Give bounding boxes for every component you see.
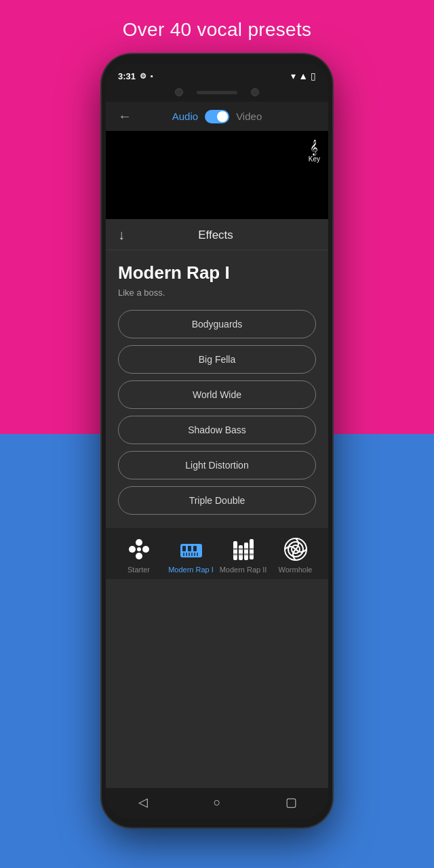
phone-frame: 3:31 ⚙ ▪ ▾ ▲ ▯ ← Audio bbox=[102, 54, 332, 827]
status-left: 3:31 ⚙ ▪ bbox=[118, 71, 153, 81]
svg-rect-8 bbox=[193, 546, 197, 551]
svg-point-4 bbox=[137, 547, 141, 551]
effects-panel[interactable]: ↓ Effects Modern Rap I Like a boss. Body… bbox=[106, 219, 328, 788]
tab-modern-rap-1-label: Modern Rap I bbox=[168, 566, 214, 574]
phone-body: 3:31 ⚙ ▪ ▾ ▲ ▯ ← Audio bbox=[102, 54, 332, 827]
battery-status-icon: ▪ bbox=[151, 72, 153, 80]
back-button[interactable]: ← bbox=[118, 108, 132, 124]
tab-starter[interactable]: Starter bbox=[115, 536, 163, 574]
svg-rect-16 bbox=[239, 545, 243, 560]
svg-rect-7 bbox=[188, 546, 191, 551]
camera-dot-left bbox=[175, 88, 183, 96]
effect-button-light-distortion[interactable]: Light Distortion bbox=[118, 451, 316, 479]
tab-wormhole-label: Wormhole bbox=[279, 566, 313, 574]
svg-point-2 bbox=[142, 546, 149, 553]
tab-modern-rap-2-label: Modern Rap II bbox=[220, 566, 267, 574]
nav-back-icon[interactable]: ◁ bbox=[130, 795, 157, 810]
audio-video-tabs: Audio Video bbox=[172, 110, 262, 123]
modern-rap-1-icon bbox=[178, 536, 205, 563]
svg-rect-17 bbox=[244, 542, 248, 560]
speaker-bar bbox=[197, 91, 237, 94]
preset-category-tabs: Starter bbox=[106, 527, 328, 579]
key-label: Key bbox=[309, 155, 320, 163]
svg-point-3 bbox=[136, 553, 142, 559]
tagline: Over 40 vocal presets bbox=[109, 0, 326, 54]
effect-button-big-fella[interactable]: Big Fella bbox=[118, 345, 316, 374]
effects-body: Modern Rap I Like a boss. Bodyguards Big… bbox=[106, 250, 328, 527]
effect-button-world-wide[interactable]: World Wide bbox=[118, 380, 316, 409]
key-music-icon: 𝄞 bbox=[310, 140, 318, 154]
effects-header: ↓ Effects bbox=[106, 219, 328, 250]
key-button[interactable]: 𝄞 Key bbox=[309, 140, 320, 163]
video-preview-area: 𝄞 Key bbox=[106, 131, 328, 219]
preset-description: Like a boss. bbox=[118, 288, 316, 298]
svg-rect-20 bbox=[233, 553, 254, 555]
toggle-audio-video[interactable] bbox=[205, 110, 229, 123]
clock: 3:31 bbox=[118, 71, 136, 81]
svg-rect-6 bbox=[182, 546, 186, 551]
android-nav-bar: ◁ ○ ▢ bbox=[106, 788, 328, 818]
tab-modern-rap-1[interactable]: Modern Rap I bbox=[167, 536, 215, 574]
tab-wormhole[interactable]: Wormhole bbox=[272, 536, 319, 574]
tab-starter-label: Starter bbox=[127, 566, 150, 574]
phone-screen: 3:31 ⚙ ▪ ▾ ▲ ▯ ← Audio bbox=[106, 64, 328, 818]
tab-video[interactable]: Video bbox=[236, 111, 262, 122]
preset-name: Modern Rap I bbox=[118, 262, 316, 283]
status-bar: 3:31 ⚙ ▪ ▾ ▲ ▯ bbox=[106, 64, 328, 85]
starter-icon bbox=[125, 536, 153, 563]
svg-point-1 bbox=[129, 546, 136, 553]
collapse-icon[interactable]: ↓ bbox=[118, 227, 125, 243]
battery-icon: ▯ bbox=[311, 71, 316, 81]
svg-rect-15 bbox=[233, 541, 237, 560]
wifi-icon: ▾ bbox=[291, 71, 296, 81]
effect-button-shadow-bass[interactable]: Shadow Bass bbox=[118, 416, 316, 444]
camera-notch-row bbox=[106, 85, 328, 102]
effects-title: Effects bbox=[134, 229, 316, 242]
modern-rap-2-icon bbox=[230, 536, 257, 563]
nav-recents-icon[interactable]: ▢ bbox=[277, 795, 304, 810]
effect-button-bodyguards[interactable]: Bodyguards bbox=[118, 310, 316, 338]
top-navigation: ← Audio Video bbox=[106, 102, 328, 131]
svg-point-0 bbox=[136, 539, 142, 546]
settings-icon: ⚙ bbox=[140, 72, 146, 81]
nav-home-icon[interactable]: ○ bbox=[203, 795, 231, 810]
tab-audio[interactable]: Audio bbox=[172, 111, 198, 122]
status-right: ▾ ▲ ▯ bbox=[291, 71, 316, 81]
svg-rect-19 bbox=[233, 548, 254, 550]
signal-icon: ▲ bbox=[298, 71, 308, 81]
tab-modern-rap-2[interactable]: Modern Rap II bbox=[220, 536, 267, 574]
wormhole-icon bbox=[282, 536, 309, 563]
camera-dot-right bbox=[251, 88, 259, 96]
effect-button-triple-double[interactable]: Triple Double bbox=[118, 486, 316, 515]
